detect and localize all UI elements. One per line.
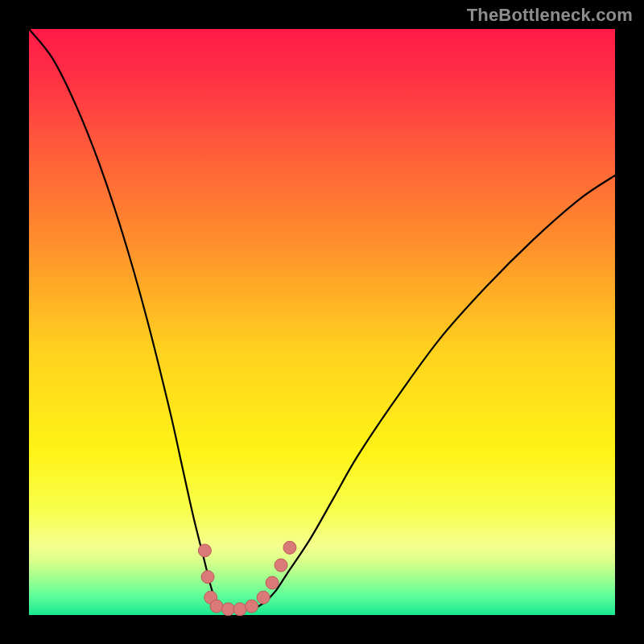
bottleneck-chart (0, 0, 644, 644)
curve-marker (275, 559, 287, 572)
curve-marker (210, 600, 223, 613)
curve-marker (222, 603, 235, 616)
curve-marker (266, 576, 279, 589)
curve-marker (283, 541, 296, 554)
curve-marker (257, 591, 270, 604)
watermark-label: TheBottleneck.com (467, 5, 633, 26)
plot-background (29, 29, 615, 615)
curve-marker (246, 600, 258, 613)
curve-marker (201, 571, 214, 584)
curve-marker (233, 603, 246, 616)
curve-marker (198, 544, 211, 557)
